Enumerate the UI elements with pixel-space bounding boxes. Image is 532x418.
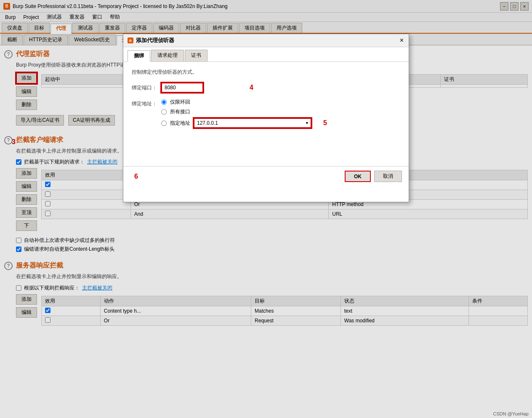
annotation-5: 5 [323, 119, 327, 127]
radio-all-input[interactable] [161, 109, 167, 115]
bind-port-input[interactable] [161, 83, 203, 93]
bind-address-label: 绑定地址： [132, 100, 157, 107]
dialog-tab-bind[interactable]: 捆绑 [128, 50, 150, 62]
dialog-icon: B [128, 38, 133, 43]
radio-loopback: 仅限环回 [161, 99, 327, 106]
bind-port-label: 绑定端口： [132, 84, 157, 91]
bind-address-row: 绑定地址： 仅限环回 所有接口 指定地址 [132, 99, 400, 128]
dialog-ok-btn[interactable]: OK [345, 171, 371, 182]
annotation-4: 4 [250, 84, 253, 91]
radio-group: 仅限环回 所有接口 指定地址 127.0.0.1 [161, 99, 327, 128]
radio-specific-addr: 指定地址 127.0.0.1 5 [161, 118, 327, 128]
dialog-overlay: B 添加代理侦听器 × 捆绑 请求处理 证书 控制绑定代理侦听器的方式。 绑定端… [0, 0, 532, 418]
dialog-content: 控制绑定代理侦听器的方式。 绑定端口： 4 绑定地址： 仅限环回 [123, 62, 409, 141]
add-listener-dialog: B 添加代理侦听器 × 捆绑 请求处理 证书 控制绑定代理侦听器的方式。 绑定端… [123, 34, 409, 202]
dialog-tabs: 捆绑 请求处理 证书 [123, 47, 409, 62]
radio-specific-input[interactable] [161, 121, 167, 126]
dialog-title: 添加代理侦听器 [136, 37, 174, 44]
address-select[interactable]: 127.0.0.1 [194, 118, 311, 128]
dialog-tab-cert[interactable]: 证书 [185, 50, 207, 62]
annotation-6: 6 [134, 173, 138, 180]
radio-all-interfaces: 所有接口 [161, 108, 327, 115]
dialog-tab-request-handling[interactable]: 请求处理 [151, 50, 184, 62]
bind-port-row: 绑定端口： 4 [132, 83, 400, 93]
radio-loopback-label: 仅限环回 [170, 99, 190, 106]
dialog-cancel-btn[interactable]: 取消 [374, 171, 402, 182]
address-select-wrapper: 127.0.0.1 [194, 118, 311, 128]
dialog-title-left: B 添加代理侦听器 [128, 37, 174, 44]
dialog-footer: 6 OK 取消 [123, 166, 409, 186]
dialog-desc: 控制绑定代理侦听器的方式。 [132, 69, 400, 76]
dialog-close-btn[interactable]: × [399, 37, 404, 44]
dialog-title-bar: B 添加代理侦听器 × [123, 34, 409, 47]
radio-specific-label: 指定地址 [170, 120, 190, 127]
radio-loopback-input[interactable] [161, 99, 167, 105]
radio-all-label: 所有接口 [170, 108, 190, 115]
